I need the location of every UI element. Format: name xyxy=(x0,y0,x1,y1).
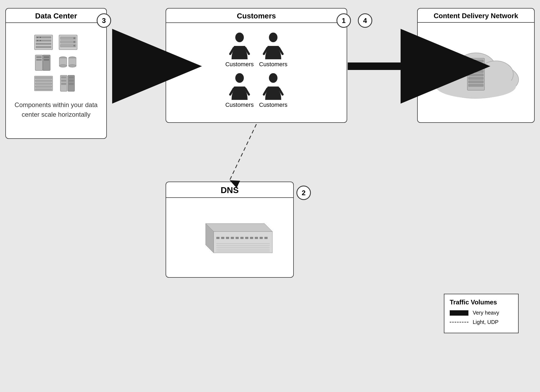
customer-label-1: Customers xyxy=(225,61,254,68)
server-icons-grid xyxy=(28,28,84,97)
svg-rect-36 xyxy=(61,76,66,79)
cdn-box: Content Delivery Network xyxy=(417,8,535,123)
customer-silhouette-2 xyxy=(263,33,284,59)
svg-rect-78 xyxy=(231,237,234,239)
data-center-title: Data Center xyxy=(6,9,106,23)
svg-point-15 xyxy=(73,45,75,46)
customers-title: Customers xyxy=(166,9,347,23)
customer-silhouette-4 xyxy=(263,73,284,100)
legend-title: Traffic Volumes xyxy=(450,299,513,306)
dns-box: DNS xyxy=(166,182,294,278)
svg-rect-69 xyxy=(468,77,483,80)
svg-rect-33 xyxy=(35,89,52,90)
svg-rect-37 xyxy=(61,80,66,82)
svg-rect-21 xyxy=(44,59,49,61)
customer-silhouette-1 xyxy=(229,33,250,59)
svg-rect-30 xyxy=(35,80,52,82)
svg-point-27 xyxy=(69,65,76,67)
cdn-title: Content Delivery Network xyxy=(418,9,534,23)
svg-rect-6 xyxy=(40,37,41,38)
customer-figure-1: Customers xyxy=(225,33,254,68)
circle-2: 2 xyxy=(296,186,311,200)
svg-rect-85 xyxy=(264,237,268,239)
svg-rect-75 xyxy=(216,237,220,239)
data-center-content: Components within your data center scale… xyxy=(6,23,106,125)
svg-rect-67 xyxy=(468,70,483,73)
svg-rect-80 xyxy=(240,237,244,239)
legend-heavy-label: Very heavy xyxy=(473,310,499,316)
traffic-legend: Traffic Volumes Very heavy Light, UDP xyxy=(444,294,519,333)
server-icon-3 xyxy=(33,54,54,72)
svg-rect-19 xyxy=(36,59,42,61)
svg-line-96 xyxy=(230,124,256,180)
server-icon-1 xyxy=(33,34,54,51)
circle-1: 1 xyxy=(336,13,351,28)
svg-marker-72 xyxy=(206,224,272,232)
svg-rect-18 xyxy=(36,56,42,58)
svg-point-46 xyxy=(269,33,277,42)
svg-rect-82 xyxy=(250,237,253,239)
customer-figure-4: Customers xyxy=(259,73,287,108)
customer-figure-3: Customers xyxy=(225,73,254,108)
svg-rect-29 xyxy=(35,77,52,79)
dns-device-icon xyxy=(184,210,275,264)
server-icon-5 xyxy=(33,75,54,92)
cdn-content xyxy=(418,23,534,120)
svg-rect-76 xyxy=(221,237,224,239)
svg-point-54 xyxy=(269,73,277,83)
svg-rect-84 xyxy=(260,237,263,239)
customer-label-4: Customers xyxy=(259,101,287,108)
dns-title: DNS xyxy=(166,182,293,198)
customers-box: Customers Customers xyxy=(166,8,347,123)
cdn-cloud-server xyxy=(428,37,524,106)
diagram-container: Data Center xyxy=(0,0,540,392)
legend-light-bar xyxy=(450,322,468,323)
legend-item-light: Light, UDP xyxy=(450,319,513,325)
server-icon-4 xyxy=(58,54,79,72)
svg-marker-74 xyxy=(214,232,272,253)
svg-rect-47 xyxy=(267,46,279,55)
svg-rect-71 xyxy=(468,84,483,87)
svg-rect-32 xyxy=(35,86,52,88)
svg-rect-31 xyxy=(35,83,52,85)
data-center-description: Components within your data center scale… xyxy=(11,100,101,119)
customer-figure-2: Customers xyxy=(259,33,287,68)
svg-rect-40 xyxy=(69,80,74,82)
svg-rect-79 xyxy=(236,237,239,239)
customers-grid: Customers Customers xyxy=(215,28,298,113)
svg-rect-3 xyxy=(36,43,51,45)
server-icon-2 xyxy=(58,34,79,51)
legend-light-label: Light, UDP xyxy=(473,319,499,325)
customers-content: Customers Customers xyxy=(166,23,347,118)
svg-rect-39 xyxy=(69,76,74,79)
server-icon-6 xyxy=(58,75,79,92)
circle-3: 3 xyxy=(97,13,111,28)
circle-4: 4 xyxy=(358,13,372,28)
svg-rect-83 xyxy=(255,237,258,239)
svg-rect-20 xyxy=(44,56,49,58)
svg-rect-81 xyxy=(245,237,248,239)
svg-point-42 xyxy=(235,33,244,42)
svg-rect-5 xyxy=(37,37,38,38)
svg-rect-65 xyxy=(468,63,483,66)
data-center-box: Data Center xyxy=(5,8,107,139)
customer-label-2: Customers xyxy=(259,61,287,68)
svg-point-50 xyxy=(235,73,244,83)
svg-rect-66 xyxy=(468,67,483,69)
customer-silhouette-3 xyxy=(229,73,250,100)
svg-point-24 xyxy=(59,65,67,67)
svg-rect-38 xyxy=(61,83,66,85)
svg-rect-77 xyxy=(226,237,229,239)
svg-rect-70 xyxy=(468,81,483,83)
svg-rect-64 xyxy=(468,60,483,62)
svg-rect-41 xyxy=(69,83,74,85)
svg-rect-43 xyxy=(234,46,245,55)
svg-point-14 xyxy=(73,41,75,43)
svg-rect-4 xyxy=(36,46,51,48)
legend-heavy-bar xyxy=(450,310,468,316)
svg-rect-51 xyxy=(234,87,245,96)
svg-rect-8 xyxy=(40,40,41,41)
legend-item-heavy: Very heavy xyxy=(450,310,513,316)
svg-rect-7 xyxy=(37,40,38,41)
dns-content xyxy=(166,198,293,276)
